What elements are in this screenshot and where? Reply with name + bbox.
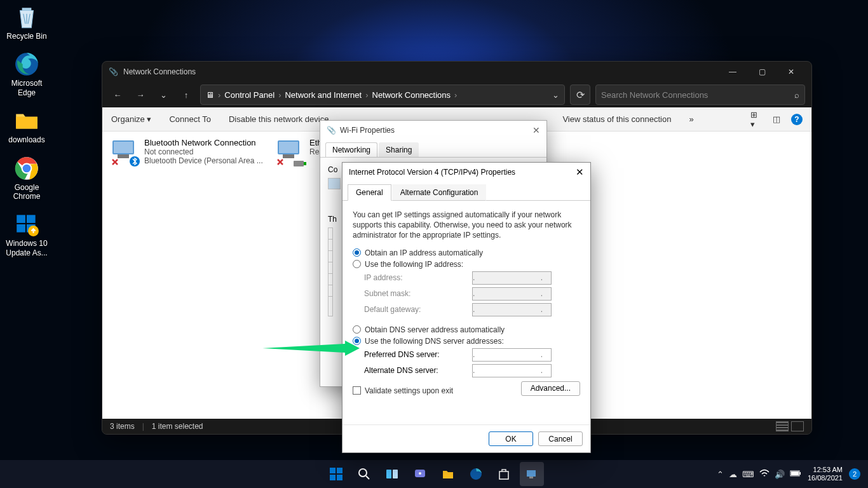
advanced-button[interactable]: Advanced... [521,381,580,396]
view-options-icon[interactable]: ⊞ ▾ [750,114,762,125]
svg-rect-34 [499,471,508,479]
svg-rect-20 [294,161,304,166]
svg-rect-0 [22,8,32,10]
ip-address-input [472,271,552,285]
taskbar: ⌃ ☁ ⌨ 🔊 12:53 AM 16/08/2021 2 [0,460,868,488]
titlebar[interactable]: 📎 Network Connections — ▢ ✕ [102,62,811,82]
up-button[interactable]: ↑ [177,86,195,104]
disable-device-button[interactable]: Disable this network device [229,114,329,124]
subnet-mask-input [472,287,552,301]
svg-rect-25 [330,475,336,480]
downloads-folder-icon[interactable]: downloads [4,107,50,144]
default-gateway-input [472,303,552,316]
svg-rect-36 [529,477,533,478]
tiles-view-button[interactable] [791,421,804,431]
radio-ip-manual[interactable]: Use the following IP address: [353,260,580,269]
recycle-bin-icon[interactable]: Recycle Bin [4,4,50,41]
svg-point-32 [419,472,421,475]
minimize-button[interactable]: — [719,62,747,81]
battery-icon[interactable] [790,470,801,479]
checkbox-icon [353,386,361,395]
tray-chevron-icon[interactable]: ⌃ [717,470,724,479]
maximize-button[interactable]: ▢ [748,62,776,81]
radio-ip-auto[interactable]: Obtain an IP address automatically [353,248,580,257]
breadcrumb-item[interactable]: Control Panel [224,90,275,100]
description-text: You can get IP settings assigned automat… [353,210,580,241]
organize-menu[interactable]: Organize ▾ [111,114,151,124]
window-icon: 📎 [109,67,118,76]
breadcrumb-dropdown-icon[interactable]: ⌄ [552,90,559,100]
svg-rect-7 [27,215,36,224]
svg-rect-26 [337,475,342,480]
chrome-icon[interactable]: Google Chrome [4,155,50,201]
svg-rect-21 [304,162,306,165]
volume-icon[interactable]: 🔊 [775,470,785,479]
view-status-button[interactable]: View status of this connection [562,114,671,124]
edge-taskbar-button[interactable] [464,462,488,486]
svg-rect-12 [114,142,133,153]
svg-rect-35 [527,470,536,477]
recent-button[interactable]: ⌄ [154,86,172,104]
svg-rect-6 [17,215,25,224]
forward-button[interactable]: → [132,86,149,104]
network-connections-taskbar-button[interactable] [520,462,544,486]
radio-icon [353,325,361,334]
details-view-button[interactable] [776,421,789,431]
close-button[interactable]: ✕ [777,62,805,81]
keyboard-icon[interactable]: ⌨ [742,470,754,479]
search-icon: ⌕ [794,90,799,100]
notification-badge[interactable]: 2 [849,468,860,480]
svg-line-28 [366,476,369,479]
tab-networking[interactable]: Networking [325,142,377,157]
close-icon[interactable]: ✕ [532,125,540,135]
onedrive-icon[interactable]: ☁ [729,470,737,479]
desktop-icons: Recycle Bin Microsoft Edge downloads Goo… [4,4,50,257]
nav-row: ← → ⌄ ↑ 🖥› Control Panel› Network and In… [102,82,811,107]
back-button[interactable]: ← [109,86,126,104]
radio-dns-auto[interactable]: Obtain DNS server address automatically [353,325,580,334]
svg-point-27 [359,469,367,477]
close-icon[interactable]: ✕ [576,166,584,178]
connection-item-bluetooth[interactable]: Bluetooth Network Connection Not connect… [111,138,264,412]
search-button[interactable] [352,462,376,486]
clock[interactable]: 12:53 AM 16/08/2021 [808,466,843,482]
task-view-button[interactable] [380,462,404,486]
svg-rect-23 [330,468,336,473]
window-title: Network Connections [123,67,196,76]
alternate-dns-input[interactable] [472,364,552,377]
edge-icon[interactable]: Microsoft Edge [4,51,50,97]
preview-pane-icon[interactable]: ◫ [771,114,782,125]
wifi-icon[interactable] [759,469,770,480]
tab-alternate[interactable]: Alternate Configuration [392,184,487,201]
svg-rect-30 [393,470,398,478]
file-explorer-button[interactable] [436,462,460,486]
windows-update-icon[interactable]: Windows 10 Update As... [4,211,50,257]
breadcrumb-item[interactable]: Network and Internet [285,90,362,100]
help-icon[interactable]: ? [791,114,803,125]
status-selected: 1 item selected [152,422,203,431]
toolbar-overflow[interactable]: » [689,114,693,124]
svg-rect-38 [799,472,801,475]
refresh-button[interactable]: ⟳ [570,85,590,105]
svg-rect-24 [337,468,342,473]
chat-button[interactable] [408,462,432,486]
breadcrumb-icon: 🖥 [206,90,214,100]
start-button[interactable] [324,462,348,486]
ok-button[interactable]: OK [489,431,533,446]
connect-to-button[interactable]: Connect To [169,114,211,124]
radio-dns-manual[interactable]: Use the following DNS server addresses: [353,337,580,346]
radio-icon [353,260,361,268]
svg-rect-8 [17,224,25,233]
breadcrumb[interactable]: 🖥› Control Panel› Network and Internet› … [200,85,565,105]
dialog-title: Wi-Fi Properties [340,126,395,135]
search-input[interactable]: Search Network Connections ⌕ [595,85,805,105]
radio-icon [353,248,361,257]
tab-sharing[interactable]: Sharing [379,142,419,157]
store-button[interactable] [492,462,516,486]
preferred-dns-input[interactable] [472,348,552,362]
tcpip-properties-dialog: Internet Protocol Version 4 (TCP/IPv4) P… [342,162,591,453]
breadcrumb-item[interactable]: Network Connections [372,90,451,100]
tab-general[interactable]: General [348,184,391,201]
cancel-button[interactable]: Cancel [538,431,583,446]
paperclip-icon: 📎 [327,126,336,135]
